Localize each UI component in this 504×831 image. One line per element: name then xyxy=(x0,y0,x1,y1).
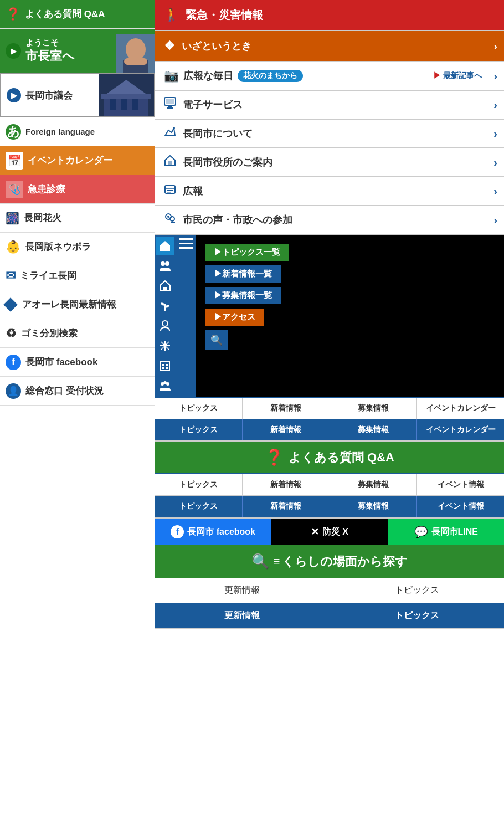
sidebar-item-qa[interactable]: ❓ よくある質問 Q&A xyxy=(0,0,155,29)
info-tab-blue-topics[interactable]: トピックス xyxy=(330,603,505,628)
nav-shimin[interactable]: 市民の声・市政への参加 › xyxy=(155,206,504,235)
svg-point-1 xyxy=(126,38,146,60)
icon-strip-group[interactable] xyxy=(156,377,174,394)
event-label: イベントカレンダー xyxy=(28,154,112,167)
nav-emergency[interactable]: 🚶 緊急・災害情報 xyxy=(155,0,504,31)
search-button[interactable]: 🔍 xyxy=(205,330,228,350)
sidebar-item-council[interactable]: ▶ 長岡市議会 xyxy=(0,73,155,117)
btn-access[interactable]: ▶アクセス xyxy=(205,309,264,326)
sidebar-item-mayor[interactable]: ▶ ようこそ 市長室へ xyxy=(0,29,155,73)
icon-strip-main[interactable] xyxy=(156,237,174,255)
koho-link[interactable]: ▶ 最新記事へ xyxy=(433,71,482,81)
social-facebook-btn[interactable]: f 長岡市 facebook xyxy=(155,519,271,545)
btn-topics[interactable]: ▶トピックス一覧 xyxy=(205,244,289,261)
kurashi-icon: 🔍 xyxy=(251,553,269,570)
city-hall-label: 長岡市役所のご案内 xyxy=(183,156,272,169)
hanabi-label: 長岡花火 xyxy=(24,212,61,224)
tab2-new-info[interactable]: 新着情報 xyxy=(243,474,330,495)
sidebar: ❓ よくある質問 Q&A ▶ ようこそ 市長室へ ▶ 長岡市議会 xyxy=(0,0,155,831)
tab2b-recruit[interactable]: 募集情報 xyxy=(330,496,418,517)
social-line-btn[interactable]: 💬 長岡市LINE xyxy=(388,519,504,545)
tab1-new-info[interactable]: 新着情報 xyxy=(243,398,330,419)
izatoki-arrow: › xyxy=(493,40,497,53)
nav-about[interactable]: 長岡市について › xyxy=(155,120,504,148)
koho2-arrow: › xyxy=(493,185,497,198)
tabs-row-2: トピックス 新着情報 募集情報 イベント情報 xyxy=(155,473,504,496)
nav-izatoki[interactable]: ❖ いざというとき › xyxy=(155,31,504,62)
tab1-event[interactable]: イベントカレンダー xyxy=(417,398,504,419)
sidebar-item-madoguchi[interactable]: 👤 総合窓口 受付状況 xyxy=(0,377,155,406)
gomi-label: ゴミ分別検索 xyxy=(21,327,78,340)
svg-point-26 xyxy=(161,261,165,266)
svg-rect-36 xyxy=(166,364,168,366)
icon-strip-plant[interactable] xyxy=(156,297,174,315)
tab1b-new-info[interactable]: 新着情報 xyxy=(243,419,330,440)
facebook-text: 長岡市 facebook xyxy=(187,526,255,538)
tab1b-recruit[interactable]: 募集情報 xyxy=(330,419,418,440)
tab2b-new-info[interactable]: 新着情報 xyxy=(243,496,330,517)
nav-denshi[interactable]: 電子サービス › xyxy=(155,91,504,120)
city-hall-icon xyxy=(164,155,176,170)
city-hall-arrow: › xyxy=(493,156,497,169)
tab2-recruit[interactable]: 募集情報 xyxy=(330,474,418,495)
kurashi-bar[interactable]: 🔍 ≡ くらしの場面から探す xyxy=(155,545,504,578)
nav-city-hall[interactable]: 長岡市役所のご案内 › xyxy=(155,148,504,177)
qa-bar[interactable]: ❓ よくある質問 Q&A xyxy=(155,442,504,473)
icon-strip-person2[interactable] xyxy=(156,317,174,335)
sidebar-item-gomi[interactable]: ♻ ゴミ分別検索 xyxy=(0,319,155,348)
gomi-icon: ♻ xyxy=(6,326,17,341)
info-tab-topics[interactable]: トピックス xyxy=(330,578,505,603)
btn-recruit[interactable]: ▶募集情報一覧 xyxy=(205,287,281,304)
tab2b-topics[interactable]: トピックス xyxy=(155,496,243,517)
tab1b-event[interactable]: イベントカレンダー xyxy=(417,419,504,440)
sidebar-item-event[interactable]: 📅 イベントカレンダー xyxy=(0,146,155,175)
emergency-med-label: 急患診療 xyxy=(28,183,65,196)
tab1-recruit[interactable]: 募集情報 xyxy=(330,398,418,419)
svg-rect-43 xyxy=(179,243,193,244)
tab2b-event[interactable]: イベント情報 xyxy=(417,496,504,517)
svg-rect-42 xyxy=(179,238,193,240)
hamburger-strip[interactable] xyxy=(176,235,196,397)
sidebar-item-facebook[interactable]: f 長岡市 facebook xyxy=(0,348,155,377)
svg-point-27 xyxy=(165,261,169,266)
line-icon: 💬 xyxy=(414,525,428,538)
svg-point-23 xyxy=(167,216,169,218)
tab1b-topics[interactable]: トピックス xyxy=(155,419,243,440)
emergency-label: 緊急・災害情報 xyxy=(186,8,263,23)
social-x-btn[interactable]: ✕ 防災 X xyxy=(271,519,388,545)
sidebar-item-aore[interactable]: アオーレ長岡最新情報 xyxy=(0,290,155,319)
icon-strip-snowflake[interactable] xyxy=(156,337,174,355)
nav-koho[interactable]: 📷 広報な毎日 花火のまちから ▶ 最新記事へ › xyxy=(155,62,504,91)
nav-koho2[interactable]: 広報 › xyxy=(155,177,504,206)
mirai-label: ミライエ長岡 xyxy=(20,269,76,282)
mayor-photo xyxy=(116,34,155,73)
foreign-label: Foreign language xyxy=(25,127,95,136)
koho-arrow: › xyxy=(493,70,497,83)
sidebar-item-mirai[interactable]: ✉ ミライエ長岡 xyxy=(0,261,155,290)
search-icon: 🔍 xyxy=(210,334,223,346)
info-tab-updates[interactable]: 更新情報 xyxy=(155,578,330,603)
about-arrow: › xyxy=(493,127,497,140)
svg-rect-9 xyxy=(132,99,138,110)
sidebar-item-foreign[interactable]: あ Foreign language xyxy=(0,117,155,146)
foreign-icon: あ xyxy=(6,124,21,140)
btn-new-info[interactable]: ▶新着情報一覧 xyxy=(205,265,281,283)
icon-strip-home[interactable] xyxy=(156,277,174,295)
tab1-topics[interactable]: トピックス xyxy=(155,398,243,419)
info-tab-blue-updates[interactable]: 更新情報 xyxy=(155,603,330,628)
facebook-label: 長岡市 facebook xyxy=(25,356,97,368)
icon-strip-people[interactable] xyxy=(156,257,174,275)
svg-rect-14 xyxy=(167,107,173,109)
tab2-topics[interactable]: トピックス xyxy=(155,474,243,495)
koho-badge: 花火のまちから xyxy=(238,70,303,82)
sidebar-item-neubola[interactable]: 👶 長岡版ネウボラ xyxy=(0,233,155,261)
sidebar-item-hanabi[interactable]: 🎆 長岡花火 xyxy=(0,204,155,233)
shimin-icon xyxy=(164,212,176,228)
madoguchi-icon: 👤 xyxy=(6,383,21,399)
sidebar-item-emergency-med[interactable]: 🩺 急患診療 xyxy=(0,175,155,204)
mayor-text: ようこそ 市長室へ xyxy=(25,37,75,64)
icon-strip-building[interactable] xyxy=(156,357,174,375)
denshi-icon xyxy=(164,97,176,112)
tab2-event[interactable]: イベント情報 xyxy=(417,474,504,495)
aore-label: アオーレ長岡最新情報 xyxy=(22,298,116,311)
